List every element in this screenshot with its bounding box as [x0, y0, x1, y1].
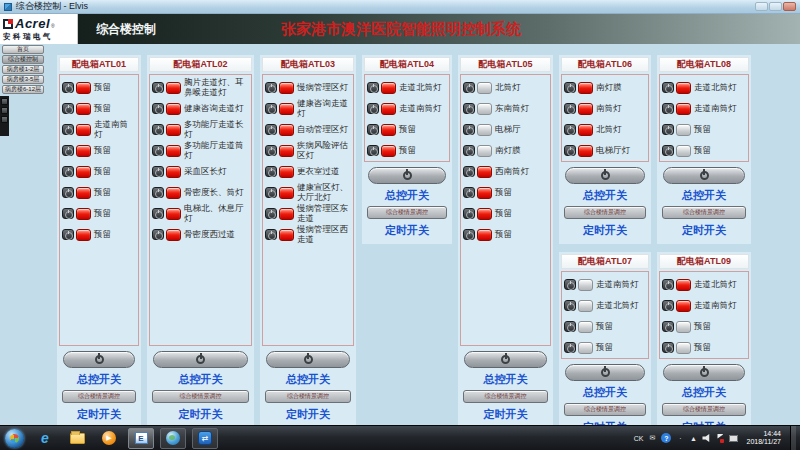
sidebar-item-4[interactable]: 病房楼6-12层 [2, 85, 44, 94]
volume-icon[interactable] [702, 434, 711, 442]
circuit-indicator-on[interactable] [76, 229, 91, 241]
internet-explorer-icon[interactable]: e [32, 428, 58, 449]
circuit-indicator-on[interactable] [381, 82, 396, 94]
circuit-indicator-on[interactable] [676, 279, 691, 291]
circuit-indicator-off[interactable] [477, 103, 492, 115]
circuit-power-button[interactable] [152, 187, 164, 198]
circuit-indicator-off[interactable] [676, 321, 691, 333]
action-center-icon[interactable] [716, 434, 724, 443]
circuit-power-button[interactable] [564, 342, 576, 353]
circuit-indicator-on[interactable] [279, 229, 294, 241]
show-desktop-button[interactable] [790, 426, 796, 450]
sidebar-item-1[interactable]: 综合楼控制 [2, 55, 44, 64]
circuit-power-button[interactable] [662, 300, 674, 311]
circuit-indicator-off[interactable] [578, 300, 593, 312]
circuit-indicator-on[interactable] [166, 187, 181, 199]
circuit-indicator-on[interactable] [279, 103, 294, 115]
circuit-indicator-on[interactable] [166, 82, 181, 94]
scene-control-button[interactable]: 综合楼情景调控 [152, 390, 249, 403]
circuit-power-button[interactable] [152, 166, 164, 177]
elvis-app-icon[interactable]: E [128, 428, 154, 449]
scene-control-button[interactable]: 综合楼情景调控 [662, 206, 746, 219]
scene-control-button[interactable]: 综合楼情景调控 [463, 390, 548, 403]
circuit-power-button[interactable] [62, 208, 74, 219]
circuit-indicator-on[interactable] [76, 145, 91, 157]
circuit-power-button[interactable] [62, 124, 74, 135]
circuit-power-button[interactable] [152, 124, 164, 135]
circuit-indicator-on[interactable] [279, 82, 294, 94]
circuit-power-button[interactable] [463, 82, 475, 93]
circuit-power-button[interactable] [265, 166, 277, 177]
master-power-button[interactable] [368, 167, 446, 184]
circuit-indicator-on[interactable] [477, 208, 492, 220]
circuit-indicator-on[interactable] [76, 166, 91, 178]
circuit-indicator-on[interactable] [477, 166, 492, 178]
scene-control-button[interactable]: 综合楼情景调控 [367, 206, 447, 219]
sidebar-item-3[interactable]: 病房楼3-5层 [2, 75, 44, 84]
teamviewer-icon[interactable]: ⇄ [192, 428, 218, 449]
start-button[interactable] [5, 429, 24, 448]
circuit-power-button[interactable] [367, 124, 379, 135]
close-button[interactable] [783, 2, 796, 11]
circuit-power-button[interactable] [265, 229, 277, 240]
circuit-indicator-on[interactable] [279, 145, 294, 157]
signal-tray-icon[interactable]: · [676, 435, 684, 442]
circuit-power-button[interactable] [463, 187, 475, 198]
minimize-button[interactable] [755, 2, 768, 11]
circuit-power-button[interactable] [62, 82, 74, 93]
circuit-power-button[interactable] [265, 187, 277, 198]
circuit-power-button[interactable] [564, 82, 576, 93]
circuit-indicator-on[interactable] [166, 166, 181, 178]
circuit-indicator-off[interactable] [477, 124, 492, 136]
circuit-power-button[interactable] [463, 229, 475, 240]
circuit-power-button[interactable] [152, 229, 164, 240]
circuit-power-button[interactable] [662, 103, 674, 114]
circuit-indicator-off[interactable] [676, 145, 691, 157]
circuit-power-button[interactable] [662, 279, 674, 290]
circuit-indicator-on[interactable] [76, 82, 91, 94]
circuit-power-button[interactable] [564, 300, 576, 311]
circuit-power-button[interactable] [367, 145, 379, 156]
circuit-power-button[interactable] [62, 103, 74, 114]
circuit-indicator-on[interactable] [477, 229, 492, 241]
circuit-power-button[interactable] [62, 187, 74, 198]
circuit-indicator-on[interactable] [166, 124, 181, 136]
circuit-indicator-on[interactable] [166, 103, 181, 115]
circuit-power-button[interactable] [564, 145, 576, 156]
circuit-indicator-on[interactable] [381, 145, 396, 157]
circuit-power-button[interactable] [265, 124, 277, 135]
master-power-button[interactable] [565, 167, 645, 184]
master-power-button[interactable] [266, 351, 350, 368]
circuit-power-button[interactable] [62, 229, 74, 240]
circuit-power-button[interactable] [62, 166, 74, 177]
master-power-button[interactable] [663, 167, 745, 184]
master-power-button[interactable] [153, 351, 248, 368]
circuit-indicator-on[interactable] [279, 166, 294, 178]
circuit-indicator-on[interactable] [578, 124, 593, 136]
scene-control-button[interactable]: 综合楼情景调控 [662, 403, 746, 416]
ime-indicator[interactable]: CK [634, 435, 644, 442]
circuit-indicator-on[interactable] [676, 82, 691, 94]
circuit-indicator-on[interactable] [477, 187, 492, 199]
circuit-indicator-on[interactable] [166, 229, 181, 241]
media-player-icon[interactable]: ▶ [96, 428, 122, 449]
circuit-power-button[interactable] [463, 166, 475, 177]
circuit-indicator-on[interactable] [279, 124, 294, 136]
circuit-indicator-on[interactable] [279, 187, 294, 199]
circuit-power-button[interactable] [662, 342, 674, 353]
circuit-power-button[interactable] [463, 145, 475, 156]
show-hidden-icons[interactable]: ▲ [689, 435, 697, 442]
circuit-power-button[interactable] [463, 103, 475, 114]
circuit-indicator-on[interactable] [279, 208, 294, 220]
circuit-power-button[interactable] [564, 103, 576, 114]
file-explorer-icon[interactable] [64, 428, 90, 449]
master-power-button[interactable] [464, 351, 547, 368]
circuit-power-button[interactable] [367, 103, 379, 114]
sidebar-item-0[interactable]: 首页 [2, 45, 44, 54]
circuit-power-button[interactable] [265, 208, 277, 219]
circuit-indicator-off[interactable] [676, 124, 691, 136]
sidebar-item-2[interactable]: 病房楼1-2层 [2, 65, 44, 74]
circuit-indicator-off[interactable] [477, 82, 492, 94]
circuit-indicator-on[interactable] [166, 208, 181, 220]
envelope-icon[interactable]: ✉ [648, 434, 656, 442]
